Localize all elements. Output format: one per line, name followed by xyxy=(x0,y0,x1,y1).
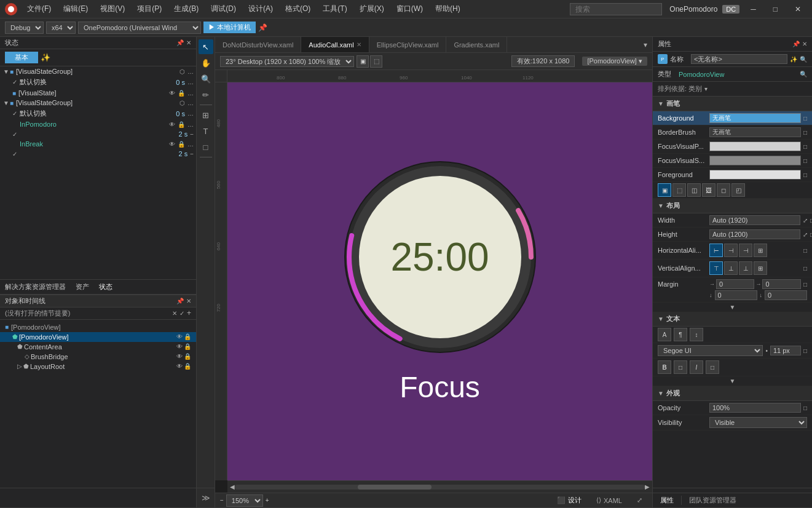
tab-donotdisturb[interactable]: DoNotDisturbView.xaml xyxy=(215,37,301,52)
brush-swatch-focusp[interactable] xyxy=(709,141,801,151)
scroll-left[interactable]: ◀ xyxy=(230,483,235,490)
layout-section-header[interactable]: ▼ 布局 xyxy=(653,199,812,213)
width-expand[interactable]: ⤢ xyxy=(803,217,808,224)
state-panel-close[interactable]: ✕ xyxy=(186,39,191,46)
margin-expand-btn[interactable]: ▼ xyxy=(730,304,736,311)
more-icon3[interactable]: … xyxy=(187,110,194,117)
lock-icon[interactable]: … xyxy=(187,68,194,75)
margin-left-input[interactable] xyxy=(716,279,754,289)
viewport-icon-1[interactable]: ▣ xyxy=(357,55,369,68)
team-tab[interactable]: 团队资源管理器 xyxy=(682,496,744,505)
tree-item[interactable]: ✓ 2 s − xyxy=(0,129,196,139)
lock-icon5[interactable]: 🔒 xyxy=(184,343,191,350)
valign-middle[interactable]: ⊥ xyxy=(724,261,738,275)
name-input[interactable] xyxy=(691,54,787,64)
eye-icon6[interactable]: 👁 xyxy=(176,353,183,360)
height-expand[interactable]: ⤢ xyxy=(803,231,808,238)
pen-tool[interactable]: ✏ xyxy=(199,87,213,102)
timeline-item-content[interactable]: ⬟ ContentArea 👁 🔒 xyxy=(0,342,196,352)
menu-item-edit[interactable]: 编辑(E) xyxy=(58,2,93,15)
search-icon[interactable]: 🔍 xyxy=(800,71,807,77)
debug-config-dropdown[interactable]: Debug xyxy=(5,22,44,34)
timeline-item[interactable]: ■ [PomodoroView] xyxy=(0,322,196,332)
viewport-select[interactable]: 23° Desktop (1920 x 1080) 100% 缩放 xyxy=(220,56,354,67)
menu-item-project[interactable]: 项目(P) xyxy=(132,2,167,15)
valign-stretch[interactable]: ⊞ xyxy=(754,261,767,275)
minus-icon[interactable]: − xyxy=(190,131,194,138)
wand-icon[interactable]: ✨ xyxy=(41,53,50,62)
brush-swatch-fg[interactable] xyxy=(709,170,801,180)
canvas-scrollbar-h[interactable]: ◀ ▶ xyxy=(227,480,652,493)
timeline-item-selected[interactable]: ⬟ [PomodoroView] 👁 🔒 xyxy=(0,332,196,342)
menu-item-format[interactable]: 格式(O) xyxy=(280,2,315,15)
tree-item[interactable]: ▼ ■ [VisualStateGroup] ⬡ … xyxy=(0,98,196,108)
lock-icon6[interactable]: 🔒 xyxy=(184,353,191,360)
menu-item-tools[interactable]: 工具(T) xyxy=(318,2,352,15)
halign-left[interactable]: ⊢ xyxy=(709,244,723,257)
menu-item-window[interactable]: 窗口(W) xyxy=(392,2,428,15)
project-dropdown[interactable]: OnePomodoro (Universal Wind xyxy=(78,22,201,34)
tab-expand[interactable]: ⤢ xyxy=(632,494,647,506)
menu-item-debug[interactable]: 调试(D) xyxy=(206,2,241,15)
timeline-close[interactable]: ✕ xyxy=(186,298,191,304)
italic-extra[interactable]: □ xyxy=(706,360,719,374)
timeline-item-brush[interactable]: ◇ BrushBridge 👁 🔒 xyxy=(0,352,196,362)
tab-close-audiocall[interactable]: ✕ xyxy=(357,41,361,48)
more-icon5[interactable]: … xyxy=(187,141,194,148)
eye-icon7[interactable]: 👁 xyxy=(176,363,183,370)
halign-stretch[interactable]: ⊞ xyxy=(754,244,767,257)
basic-button[interactable]: 基本 xyxy=(5,52,38,63)
expand-btn-border[interactable]: □ xyxy=(803,129,807,136)
tree-item[interactable]: ▼ ■ [VisualStateGroup] ⬡ … xyxy=(0,66,196,76)
lock-icon2[interactable]: 🔒 xyxy=(178,121,185,128)
search-btn[interactable]: 🔍 xyxy=(800,56,807,63)
close-button[interactable]: ✕ xyxy=(789,2,807,16)
zoom-tool[interactable]: 🔍 xyxy=(199,71,213,86)
margin-bottom-input[interactable] xyxy=(765,290,807,300)
run-button[interactable]: ▶ 本地计算机 xyxy=(203,22,256,33)
text-spacing-icon[interactable]: ↕ xyxy=(690,328,703,341)
more-icon[interactable]: … xyxy=(187,90,194,97)
italic-btn[interactable]: I xyxy=(690,360,703,374)
add-icon[interactable]: + xyxy=(187,309,191,317)
grid-tool[interactable]: ⊞ xyxy=(199,108,213,122)
expand-btn-focuss[interactable]: □ xyxy=(803,157,807,164)
sol-tab-state[interactable]: 状态 xyxy=(94,280,117,294)
arch-dropdown[interactable]: x64 xyxy=(46,22,76,34)
font-reset[interactable]: □ xyxy=(803,347,807,354)
eye-icon5[interactable]: 👁 xyxy=(176,343,183,350)
state-panel-pin[interactable]: 📌 xyxy=(176,39,184,46)
expand-tool[interactable]: ≫ xyxy=(199,490,213,505)
font-size-input[interactable] xyxy=(770,346,801,355)
zoom-dropdown[interactable]: 150% xyxy=(226,494,263,507)
opacity-reset[interactable]: □ xyxy=(803,405,807,411)
scroll-right[interactable]: ▶ xyxy=(645,483,650,490)
visibility-select[interactable]: Visible xyxy=(709,417,807,428)
text-paragraph-icon[interactable]: ¶ xyxy=(674,328,687,341)
brush-swatch-background[interactable]: 无画笔 xyxy=(709,113,801,123)
width-input[interactable] xyxy=(709,215,800,225)
brush-icon-5[interactable]: ◻ xyxy=(717,183,730,197)
eye-icon3[interactable]: 👁 xyxy=(169,141,175,148)
brush-icon-4[interactable]: 🖼 xyxy=(702,183,715,197)
eye-icon2[interactable]: 👁 xyxy=(169,121,175,128)
menu-item-view[interactable]: 视图(V) xyxy=(95,2,130,15)
tree-item[interactable]: ✓ 默认切换 0 s … xyxy=(0,108,196,119)
sol-tab-solution[interactable]: 解决方案资源管理器 xyxy=(0,280,71,294)
maximize-button[interactable]: □ xyxy=(767,2,784,16)
height-input[interactable] xyxy=(709,229,800,239)
tab-gradients[interactable]: Gradients.xaml xyxy=(446,37,507,52)
viewport-icon-2[interactable]: ⬚ xyxy=(370,55,382,68)
brush-icon-3[interactable]: ◫ xyxy=(687,183,701,197)
filter-icon[interactable]: (没有打开的情节提要) xyxy=(5,309,70,318)
wand-btn[interactable]: ✨ xyxy=(790,56,797,63)
tab-xaml[interactable]: ⟨⟩ XAML xyxy=(591,494,627,506)
menu-search-input[interactable] xyxy=(570,3,662,15)
props-pin[interactable]: 📌 xyxy=(792,41,800,47)
tab-design[interactable]: ⬛ 设计 xyxy=(552,494,586,506)
bold-extra[interactable]: □ xyxy=(674,360,687,374)
timeline-pin[interactable]: 📌 xyxy=(176,298,184,304)
text-align-icon[interactable]: A xyxy=(658,328,671,341)
sort-dropdown-icon[interactable]: ▾ xyxy=(704,85,708,92)
valign-top[interactable]: ⊤ xyxy=(709,261,723,275)
